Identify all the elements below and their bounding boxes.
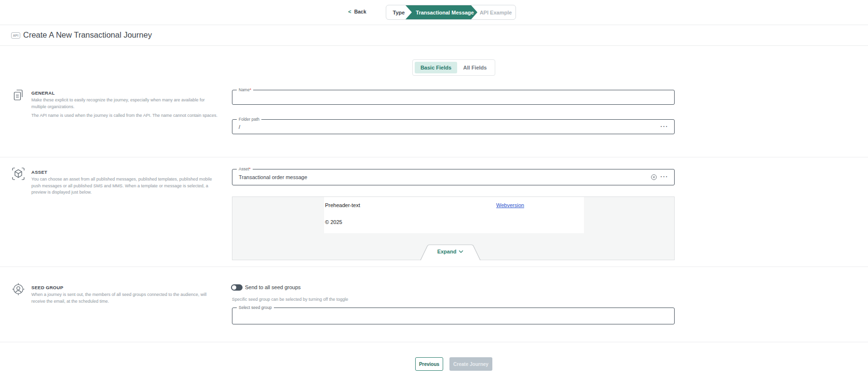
asset-description: You can choose an asset from all publish… — [31, 176, 219, 196]
folder-path-field[interactable]: Folder path ··· — [232, 119, 675, 134]
seed-group-hint: Specific seed group can be selected by t… — [232, 297, 348, 302]
toggle-label: Send to all seed groups — [245, 284, 301, 291]
page-title: Create A New Transactional Journey — [23, 30, 152, 40]
footer-divider — [0, 342, 868, 342]
general-description-2: The API name is used when the journey is… — [31, 112, 219, 119]
title-bar: API Create A New Transactional Journey — [0, 25, 868, 46]
asset-cube-icon — [12, 168, 25, 180]
step-transactional-message[interactable]: Transactional Message — [406, 5, 477, 19]
toggle-knob — [232, 285, 236, 290]
previous-button[interactable]: Previous — [415, 357, 443, 371]
asset-more-icon[interactable]: ··· — [661, 174, 669, 180]
folder-path-input[interactable] — [232, 120, 674, 134]
folder-path-more-icon[interactable]: ··· — [661, 124, 669, 129]
asset-preview-panel: Preheader-text Webversion © 2025 Expand — [232, 196, 675, 260]
name-input[interactable] — [232, 90, 674, 104]
step-type[interactable]: Type — [386, 5, 411, 19]
fields-tab-group: Basic Fields All Fields — [412, 59, 495, 76]
preview-copyright: © 2025 — [325, 219, 342, 225]
expand-label: Expand — [420, 249, 481, 254]
email-preview: Preheader-text Webversion © 2025 — [324, 197, 584, 233]
seed-group-target-person-icon — [12, 283, 25, 295]
tab-basic-fields[interactable]: Basic Fields — [415, 62, 457, 73]
asset-section-title: ASSET — [31, 169, 47, 175]
general-description-1: Make these explicit to easily recognize … — [31, 97, 219, 110]
create-journey-page: < Back Transactional Message Type API Ex… — [0, 0, 868, 392]
back-label: Back — [354, 9, 366, 14]
select-seed-group-field[interactable]: Select seed group — [232, 308, 675, 324]
name-field[interactable]: Name* — [232, 90, 675, 105]
clear-asset-icon[interactable] — [651, 174, 657, 180]
section-divider — [0, 266, 868, 267]
documents-icon — [12, 89, 25, 101]
back-button[interactable]: < Back — [348, 9, 366, 14]
wizard-stepper: Transactional Message Type API Example — [386, 5, 516, 20]
step-api-example[interactable]: API Example — [476, 5, 515, 19]
select-seed-group-input[interactable] — [232, 308, 674, 324]
asset-field[interactable]: Asset* ··· — [232, 169, 675, 185]
general-section-title: GENERAL — [31, 90, 55, 96]
api-badge-icon: API — [11, 32, 20, 39]
top-bar: < Back Transactional Message Type API Ex… — [0, 0, 868, 25]
back-chevron-icon: < — [348, 9, 351, 14]
tab-all-fields[interactable]: All Fields — [457, 62, 493, 73]
expand-button[interactable]: Expand — [420, 244, 481, 260]
expand-label-text: Expand — [437, 249, 457, 254]
asset-input[interactable] — [232, 169, 674, 185]
section-divider — [0, 157, 868, 157]
preview-preheader-text: Preheader-text — [325, 202, 360, 208]
seed-group-section-title: SEED GROUP — [31, 285, 63, 290]
create-journey-button[interactable]: Create Journey — [449, 357, 492, 371]
seed-group-description: When a journey is sent out, the members … — [31, 292, 219, 305]
chevron-down-icon — [459, 250, 463, 253]
webversion-link[interactable]: Webversion — [496, 202, 524, 208]
send-all-seed-groups-toggle[interactable] — [231, 284, 243, 291]
